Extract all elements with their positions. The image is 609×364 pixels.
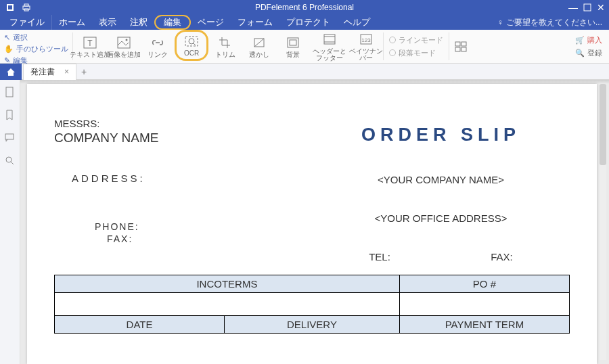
- header-footer-button[interactable]: ヘッダーとフッター: [310, 30, 349, 63]
- td-incoterms-blank: [55, 293, 400, 316]
- register-button[interactable]: 🔍登録: [575, 48, 602, 58]
- feedback-link[interactable]: ♀ ご要望を教えてください...: [497, 17, 609, 28]
- line-mode-radio[interactable]: ラインモード: [389, 35, 443, 45]
- bates-label: ベイツナンバー: [349, 48, 383, 62]
- ribbon: ↖選択 ✋手のひらツール ✎編集 T テキスト追加 画像を追加 リンク OCR …: [0, 30, 609, 64]
- scroll-thumb[interactable]: [600, 84, 606, 165]
- print-icon[interactable]: [22, 3, 31, 12]
- link-label: リンク: [148, 51, 168, 58]
- svg-line-13: [194, 43, 196, 45]
- ocr-button[interactable]: OCR: [175, 30, 208, 61]
- align-button[interactable]: [449, 30, 472, 63]
- menu-protect[interactable]: プロテクト: [279, 15, 337, 30]
- svg-point-29: [6, 157, 12, 162]
- doc-address: ADDRESS:: [72, 173, 312, 184]
- watermark-label: 透かし: [249, 51, 269, 58]
- tab-strip: 発注書 × +: [0, 64, 609, 80]
- svg-rect-1: [8, 5, 12, 9]
- link-icon: [149, 35, 166, 50]
- menu-page[interactable]: ページ: [191, 15, 231, 30]
- bates-icon: 123: [357, 32, 375, 47]
- select-label: 選択: [13, 32, 28, 43]
- scrollbar[interactable]: [600, 84, 606, 360]
- text-icon: T: [81, 35, 99, 50]
- th-payment: PAYMENT TERM: [399, 316, 569, 334]
- comments-icon[interactable]: [5, 133, 16, 143]
- add-tab-button[interactable]: +: [76, 66, 91, 77]
- svg-rect-26: [461, 47, 466, 51]
- ocr-icon: [183, 34, 200, 49]
- menu-view[interactable]: 表示: [92, 15, 123, 30]
- title-bar: PDFelement 6 Professional — ✕: [0, 0, 609, 15]
- menu-edit[interactable]: 編集: [154, 15, 191, 30]
- doc-phone: PHONE:: [95, 221, 312, 232]
- link-button[interactable]: リンク: [141, 30, 175, 63]
- svg-line-15: [254, 39, 264, 47]
- image-add-label: 画像を追加: [107, 51, 141, 58]
- svg-rect-16: [288, 38, 298, 47]
- th-date: DATE: [55, 316, 225, 334]
- menu-form[interactable]: フォーム: [231, 15, 279, 30]
- cart-icon: 🛒: [575, 36, 585, 45]
- background-label: 背景: [286, 51, 300, 58]
- crop-icon: [217, 35, 234, 50]
- search-panel-icon[interactable]: [5, 156, 16, 166]
- menu-file[interactable]: ファイル: [3, 15, 52, 30]
- hand-label: 手のひらツール: [16, 44, 68, 54]
- svg-rect-24: [461, 42, 466, 46]
- bates-button[interactable]: 123 ベイツナンバー: [349, 30, 383, 63]
- order-table: INCOTERMS PO # DATE DELIVERY PAYMENT TER…: [54, 275, 570, 334]
- paragraph-mode-label: 段落モード: [399, 48, 436, 58]
- svg-rect-3: [24, 4, 28, 6]
- svg-point-9: [126, 39, 128, 41]
- background-button[interactable]: 背景: [276, 30, 310, 63]
- minimize-button[interactable]: —: [568, 2, 578, 13]
- trim-button[interactable]: トリム: [208, 30, 242, 63]
- svg-text:123: 123: [361, 37, 371, 43]
- th-incoterms: INCOTERMS: [55, 275, 400, 293]
- bookmark-icon[interactable]: [5, 110, 16, 120]
- svg-rect-25: [455, 47, 460, 51]
- menu-help[interactable]: ヘルプ: [337, 15, 377, 30]
- tab-label: 発注書: [30, 66, 55, 78]
- align-icon: [452, 39, 470, 54]
- background-icon: [284, 35, 302, 50]
- text-add-label: テキスト追加: [70, 51, 110, 58]
- maximize-button[interactable]: [583, 3, 591, 12]
- tab-close-button[interactable]: ×: [64, 67, 69, 76]
- doc-orderslip: ORDER SLIP: [312, 124, 570, 145]
- document-tab[interactable]: 発注書 ×: [23, 64, 76, 80]
- image-add-button[interactable]: 画像を追加: [107, 30, 141, 63]
- workspace: MESSRS: COMPANY NAME ADDRESS: PHONE: FAX…: [0, 80, 609, 364]
- th-po: PO #: [399, 275, 569, 293]
- bulb-icon: ♀: [497, 18, 503, 27]
- header-footer-icon: [321, 32, 338, 47]
- app-icon: [5, 3, 15, 12]
- trim-label: トリム: [215, 51, 235, 58]
- thumbnails-icon[interactable]: [5, 87, 16, 97]
- hand-icon: ✋: [4, 45, 14, 53]
- watermark-button[interactable]: 透かし: [242, 30, 276, 63]
- doc-youroffice: <YOUR OFFICE ADDRESS>: [312, 212, 570, 224]
- key-icon: 🔍: [575, 49, 585, 58]
- svg-rect-11: [185, 37, 198, 46]
- register-label: 登録: [587, 48, 602, 58]
- svg-point-12: [189, 39, 194, 44]
- doc-fax: FAX:: [107, 233, 312, 244]
- menu-bar: ファイル ホーム 表示 注釈 編集 ページ フォーム プロテクト ヘルプ ♀ ご…: [0, 15, 609, 30]
- home-button[interactable]: [0, 64, 22, 80]
- svg-rect-5: [584, 4, 591, 11]
- close-button[interactable]: ✕: [597, 2, 605, 13]
- document-canvas[interactable]: MESSRS: COMPANY NAME ADDRESS: PHONE: FAX…: [20, 80, 609, 364]
- menu-home[interactable]: ホーム: [52, 15, 92, 30]
- select-tool[interactable]: ↖選択: [4, 32, 68, 43]
- th-delivery: DELIVERY: [225, 316, 400, 334]
- text-add-button[interactable]: T テキスト追加: [73, 30, 107, 63]
- doc-fax2: FAX:: [491, 251, 513, 263]
- paragraph-mode-radio[interactable]: 段落モード: [389, 48, 443, 58]
- header-footer-label: ヘッダーとフッター: [310, 48, 349, 62]
- menu-annotate[interactable]: 注釈: [123, 15, 154, 30]
- buy-button[interactable]: 🛒購入: [575, 35, 602, 45]
- hand-tool[interactable]: ✋手のひらツール: [4, 44, 68, 54]
- svg-rect-17: [290, 40, 296, 45]
